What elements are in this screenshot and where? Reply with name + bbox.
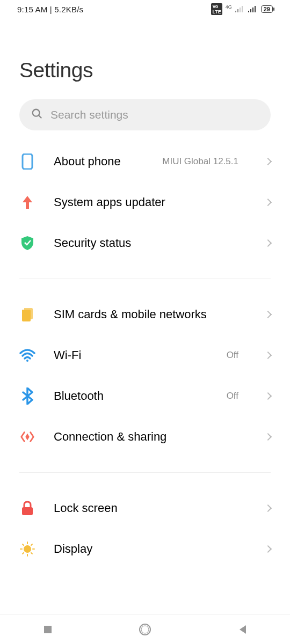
- chevron-right-icon: [264, 433, 272, 441]
- svg-rect-6: [252, 8, 253, 12]
- item-value: Off: [227, 350, 238, 361]
- divider: [19, 279, 271, 279]
- svg-line-21: [31, 544, 32, 545]
- svg-rect-4: [248, 11, 249, 12]
- display-icon: [19, 541, 35, 557]
- svg-rect-0: [235, 11, 236, 12]
- item-label: Display: [54, 542, 238, 556]
- settings-list: About phone MIUI Global 12.5.1 System ap…: [0, 141, 290, 569]
- svg-point-24: [141, 626, 149, 633]
- network-type: 4G: [226, 4, 232, 10]
- phone-icon: [19, 153, 35, 170]
- header: Settings: [0, 18, 290, 93]
- item-label: Wi-Fi: [54, 348, 208, 362]
- svg-rect-1: [237, 9, 238, 12]
- svg-point-13: [24, 545, 31, 553]
- svg-rect-22: [44, 626, 52, 633]
- svg-line-18: [23, 544, 24, 545]
- lock-icon: [19, 500, 35, 516]
- chevron-right-icon: [264, 158, 272, 165]
- home-button[interactable]: [138, 623, 152, 636]
- signal-icon-2: [248, 5, 258, 14]
- svg-line-20: [23, 553, 24, 554]
- item-value: Off: [227, 391, 238, 401]
- status-right: VoLTE 4G 29: [211, 3, 273, 15]
- svg-rect-10: [23, 154, 32, 169]
- status-speed: 5.2KB/s: [54, 5, 83, 14]
- back-button[interactable]: [237, 624, 247, 635]
- navigation-bar: [0, 614, 290, 644]
- chevron-right-icon: [264, 239, 272, 247]
- search-icon: [31, 108, 43, 122]
- divider: [19, 472, 271, 473]
- update-icon: [19, 194, 35, 210]
- svg-point-8: [33, 109, 40, 116]
- item-label: Lock screen: [54, 501, 238, 515]
- svg-rect-2: [240, 8, 241, 12]
- item-label: Connection & sharing: [54, 430, 238, 444]
- item-label: SIM cards & mobile networks: [54, 308, 238, 321]
- chevron-right-icon: [264, 199, 272, 206]
- bluetooth-icon: [19, 388, 35, 404]
- svg-rect-3: [242, 6, 243, 12]
- item-connection-sharing[interactable]: Connection & sharing: [0, 416, 290, 457]
- svg-rect-7: [255, 6, 256, 12]
- status-time: 9:15 AM: [17, 5, 47, 14]
- item-bluetooth[interactable]: Bluetooth Off: [0, 376, 290, 416]
- item-lock-screen[interactable]: Lock screen: [0, 488, 290, 529]
- item-system-apps-updater[interactable]: System apps updater: [0, 182, 290, 223]
- volte-icon: VoLTE: [211, 3, 222, 15]
- connection-icon: [19, 429, 35, 445]
- item-wifi[interactable]: Wi-Fi Off: [0, 335, 290, 376]
- item-label: Bluetooth: [54, 389, 208, 403]
- item-label: System apps updater: [54, 195, 238, 209]
- page-title: Settings: [19, 58, 271, 82]
- item-display[interactable]: Display: [0, 529, 290, 569]
- chevron-right-icon: [264, 352, 272, 359]
- status-bar: 9:15 AM | 5.2KB/s VoLTE 4G 29: [0, 0, 290, 18]
- battery-icon: 29: [261, 5, 273, 13]
- item-label: Security status: [54, 236, 238, 250]
- search-bar[interactable]: Search settings: [19, 99, 271, 130]
- svg-line-9: [39, 115, 42, 119]
- shield-icon: [19, 235, 35, 251]
- item-label: About phone: [54, 155, 144, 169]
- wifi-icon: [19, 347, 35, 363]
- chevron-right-icon: [264, 504, 272, 512]
- svg-rect-12: [22, 507, 33, 515]
- item-security-status[interactable]: Security status: [0, 223, 290, 264]
- status-left: 9:15 AM | 5.2KB/s: [17, 5, 83, 14]
- item-sim-cards[interactable]: SIM cards & mobile networks: [0, 294, 290, 335]
- svg-line-19: [31, 553, 32, 554]
- search-placeholder: Search settings: [50, 108, 128, 121]
- signal-icon-1: [235, 5, 245, 14]
- svg-point-11: [26, 360, 28, 362]
- item-value: MIUI Global 12.5.1: [162, 156, 238, 167]
- chevron-right-icon: [264, 311, 272, 318]
- sim-icon: [19, 306, 35, 323]
- recent-apps-button[interactable]: [43, 625, 53, 634]
- chevron-right-icon: [264, 545, 272, 553]
- item-about-phone[interactable]: About phone MIUI Global 12.5.1: [0, 141, 290, 182]
- svg-rect-5: [250, 9, 251, 12]
- chevron-right-icon: [264, 392, 272, 400]
